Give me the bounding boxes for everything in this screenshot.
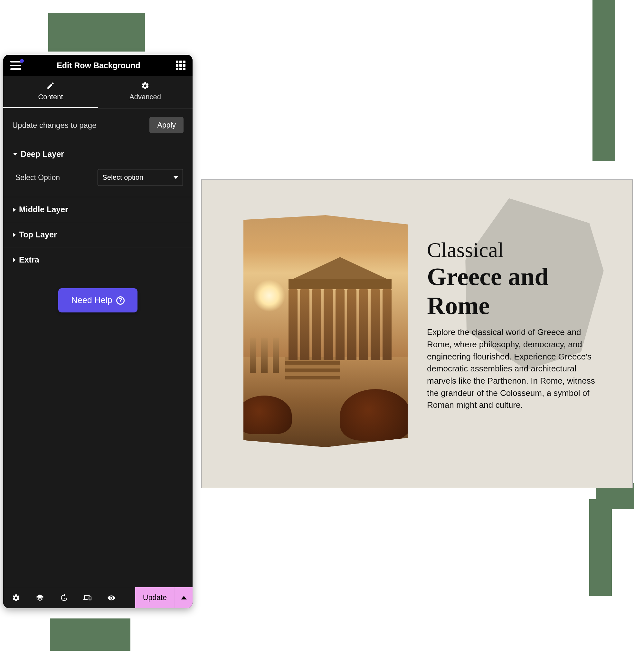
preview-button[interactable] (107, 593, 116, 602)
update-options-button[interactable] (175, 587, 193, 608)
update-label: Update (143, 593, 167, 602)
select-option-label: Select Option (15, 173, 60, 182)
caret-right-icon (13, 232, 16, 237)
preview-title-line1: Classical (427, 238, 610, 262)
apps-grid-button[interactable] (176, 61, 186, 70)
panel-title: Edit Row Background (57, 61, 140, 70)
panel-footer: Update (3, 587, 193, 608)
section-extra-header[interactable]: Extra (3, 247, 193, 272)
section-deep-layer-header[interactable]: Deep Layer (3, 140, 193, 166)
layers-icon (36, 594, 44, 602)
gear-icon (98, 81, 193, 91)
chevron-down-icon (174, 176, 178, 179)
decoration-block (592, 0, 615, 161)
apply-button[interactable]: Apply (149, 117, 183, 133)
section-extra-title: Extra (19, 255, 39, 265)
caret-down-icon (13, 153, 17, 156)
history-button[interactable] (59, 593, 68, 602)
section-top-layer-title: Top Layer (19, 230, 57, 239)
preview-title-line3: Rome (427, 291, 610, 320)
select-option-value: Select option (102, 173, 143, 182)
tab-content[interactable]: Content (3, 76, 98, 108)
need-help-button[interactable]: Need Help ? (58, 288, 137, 312)
section-deep-layer-body: Select Option Select option (3, 166, 193, 197)
preview-title-line2: Greece and (427, 262, 610, 291)
gear-icon (12, 594, 20, 602)
tab-content-label: Content (38, 93, 63, 101)
menu-button[interactable] (10, 61, 21, 70)
section-middle-layer-header[interactable]: Middle Layer (3, 197, 193, 222)
tab-advanced-label: Advanced (129, 93, 161, 101)
chevron-up-icon (181, 596, 187, 600)
caret-right-icon (13, 258, 16, 262)
section-middle-layer-title: Middle Layer (19, 205, 68, 214)
hero-image (244, 215, 408, 447)
panel-tabs: Content Advanced (3, 76, 193, 109)
settings-button[interactable] (12, 593, 20, 602)
select-option-dropdown[interactable]: Select option (98, 169, 183, 186)
preview-paragraph: Explore the classical world of Greece an… (427, 326, 607, 411)
decoration-block (589, 499, 612, 596)
update-button[interactable]: Update (135, 587, 175, 608)
decoration-block (48, 13, 145, 52)
editor-panel: Edit Row Background Content Advanced Upd… (3, 55, 193, 608)
need-help-label: Need Help (71, 295, 112, 305)
layers-button[interactable] (36, 593, 44, 602)
section-top-layer-header[interactable]: Top Layer (3, 222, 193, 247)
apply-row-label: Update changes to page (12, 121, 97, 130)
responsive-button[interactable] (83, 593, 92, 602)
content-preview: Classical Greece and Rome Explore the cl… (201, 179, 633, 488)
notification-dot-icon (20, 59, 24, 63)
decoration-block (50, 618, 131, 651)
devices-icon (83, 594, 92, 602)
eye-icon (107, 594, 115, 602)
help-icon: ? (116, 296, 125, 305)
preview-text-column: Classical Greece and Rome Explore the cl… (427, 215, 610, 411)
accordion: Deep Layer Select Option Select option M… (3, 140, 193, 272)
section-deep-layer-title: Deep Layer (20, 149, 64, 159)
history-icon (59, 594, 68, 602)
pencil-icon (3, 81, 98, 91)
tab-advanced[interactable]: Advanced (98, 76, 193, 108)
caret-right-icon (13, 207, 16, 212)
panel-header: Edit Row Background (3, 55, 193, 76)
apply-row: Update changes to page Apply (3, 109, 193, 140)
